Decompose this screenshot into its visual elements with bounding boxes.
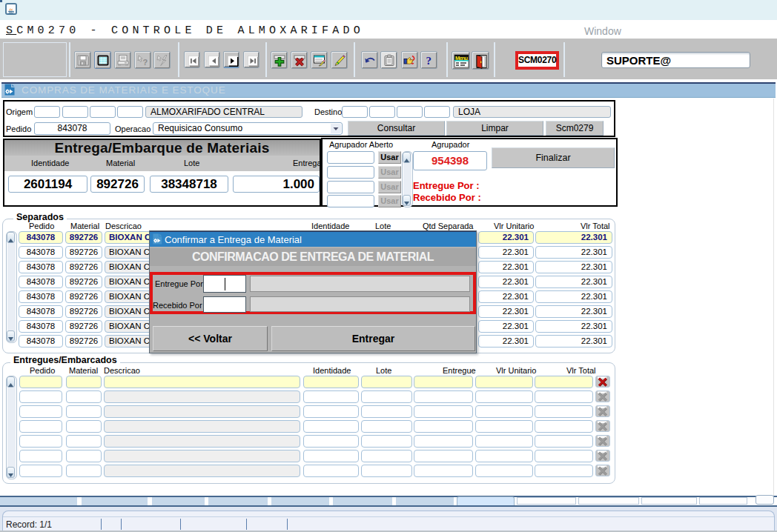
svg-text:?: ? [426, 55, 432, 67]
svg-text:?: ? [143, 58, 148, 67]
